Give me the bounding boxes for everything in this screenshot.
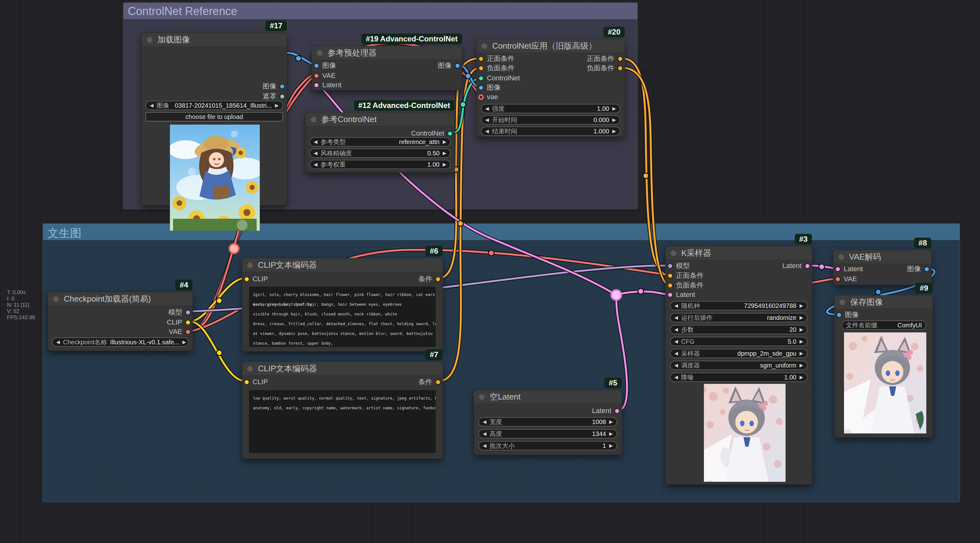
collapse-dot-icon[interactable]: [247, 366, 253, 372]
control-after-generate-combo[interactable]: ◀ 运行后操作 randomize ▶: [670, 313, 808, 322]
link-dot-vae-4-8[interactable]: [488, 250, 494, 256]
reference-weight-stepper[interactable]: ◀ 参考权重 1.00 ▶: [309, 160, 451, 169]
output-negative[interactable]: 负面条件: [587, 64, 623, 73]
stepper-left-arrow-icon[interactable]: ◀: [485, 129, 489, 134]
collapse-dot-icon[interactable]: [479, 394, 485, 400]
node-vae-decode[interactable]: #8 VAE解码 Latent VAE 图像: [833, 250, 932, 285]
stepper-right-arrow-icon[interactable]: ▶: [799, 327, 803, 332]
pin-image-output[interactable]: [280, 84, 285, 89]
node-reference-controlnet[interactable]: #12 Advanced-ControlNet 参考ControlNet Con…: [305, 113, 455, 173]
link-dot-image-17-19[interactable]: [296, 56, 301, 61]
image-filename-combo[interactable]: ◀ 图像 03817-20241015_185614_Illustri... ▶: [145, 101, 283, 110]
pin-vae-input[interactable]: [478, 94, 484, 100]
output-controlnet[interactable]: ControlNet: [411, 129, 453, 138]
collapse-dot-icon[interactable]: [482, 43, 487, 49]
combo-right-arrow-icon[interactable]: ▶: [799, 351, 803, 356]
pin-positive-input[interactable]: [478, 56, 484, 62]
collapse-dot-icon[interactable]: [53, 296, 59, 302]
node-reference-preprocessor[interactable]: #19 Advanced-ControlNet 参考预处理器 图像 VAE La…: [312, 46, 462, 90]
node-reference-controlnet-titlebar[interactable]: 参考ControlNet: [305, 113, 455, 127]
stepper-right-arrow-icon[interactable]: ▶: [612, 117, 616, 123]
output-conditioning[interactable]: 条件: [418, 378, 441, 386]
stepper-right-arrow-icon[interactable]: ▶: [612, 106, 616, 111]
output-image[interactable]: 图像: [438, 61, 460, 70]
node-save-image-titlebar[interactable]: 保存图像: [835, 295, 932, 309]
stepper-left-arrow-icon[interactable]: ◀: [485, 106, 489, 111]
pin-image-input[interactable]: [478, 85, 484, 90]
collapse-dot-icon[interactable]: [147, 37, 152, 43]
sampler-combo[interactable]: ◀ 采样器 dpmpp_2m_sde_gpu ▶: [670, 349, 808, 358]
reference-type-combo[interactable]: ◀ 参考类型 reference_attn ▶: [309, 137, 451, 146]
scheduler-combo[interactable]: ◀ 调度器 sgm_uniform ▶: [670, 360, 808, 370]
stepper-right-arrow-icon[interactable]: ▶: [609, 431, 613, 437]
node-clip-encode-positive[interactable]: #6 CLIP文本编码器 CLIP 条件 1girl, solo, cherry…: [242, 258, 443, 351]
stepper-left-arrow-icon[interactable]: ◀: [314, 162, 318, 167]
output-latent[interactable]: Latent: [592, 406, 620, 415]
node-clip-encode-negative-titlebar[interactable]: CLIP文本编码器: [242, 362, 442, 376]
pin-image-output[interactable]: [455, 63, 460, 68]
pin-latent-output[interactable]: [805, 264, 810, 269]
node-apply-controlnet[interactable]: #20 ControlNet应用（旧版高级） 正面条件 负面条件 Control…: [476, 39, 625, 137]
steps-stepper[interactable]: ◀ 步数 20 ▶: [670, 325, 808, 334]
pin-image-output[interactable]: [924, 267, 929, 272]
input-latent[interactable]: Latent: [314, 81, 341, 89]
combo-right-arrow-icon[interactable]: ▶: [183, 339, 186, 345]
node-vae-decode-titlebar[interactable]: VAE解码: [833, 250, 931, 264]
output-positive[interactable]: 正面条件: [587, 54, 623, 63]
link-dot-cond-7-20[interactable]: [458, 221, 463, 226]
stepper-left-arrow-icon[interactable]: ◀: [483, 443, 487, 449]
upload-button[interactable]: choose file to upload: [145, 112, 283, 121]
stepper-right-arrow-icon[interactable]: ▶: [442, 150, 446, 156]
pin-negative-output[interactable]: [617, 66, 623, 71]
link-dot-controlnet-12-20[interactable]: [460, 102, 466, 107]
stepper-left-arrow-icon[interactable]: ◀: [485, 117, 489, 123]
link-dot-latent-3-8[interactable]: [819, 264, 824, 270]
input-image[interactable]: 图像: [478, 83, 501, 92]
collapse-dot-icon[interactable]: [311, 117, 316, 122]
input-negative[interactable]: 负面条件: [478, 64, 514, 73]
combo-left-arrow-icon[interactable]: ◀: [675, 362, 678, 368]
link-dot-cond-pos-20-3[interactable]: [643, 173, 649, 179]
input-vae[interactable]: vae: [478, 93, 498, 102]
combo-left-arrow-icon[interactable]: ◀: [56, 339, 60, 345]
node-save-image[interactable]: #9 保存图像 图像 文件名前缀 ComfyUI: [834, 295, 933, 438]
pin-vae-input[interactable]: [835, 276, 840, 282]
input-latent[interactable]: Latent: [835, 265, 863, 273]
output-mask[interactable]: 遮罩: [262, 92, 285, 101]
stepper-right-arrow-icon[interactable]: ▶: [799, 303, 803, 308]
collapse-dot-icon[interactable]: [840, 299, 845, 305]
node-apply-controlnet-titlebar[interactable]: ControlNet应用（旧版高级）: [476, 39, 625, 53]
start-percent-stepper[interactable]: ◀ 开始时间 0.000 ▶: [481, 115, 620, 125]
combo-left-arrow-icon[interactable]: ◀: [675, 351, 678, 356]
combo-left-arrow-icon[interactable]: ◀: [675, 315, 678, 321]
input-latent[interactable]: Latent: [667, 291, 695, 299]
pin-image-input[interactable]: [314, 63, 319, 68]
link-dot-image-19-20[interactable]: [465, 73, 471, 79]
output-vae[interactable]: VAE: [169, 327, 191, 336]
width-stepper[interactable]: ◀ 宽度 1008 ▶: [478, 417, 617, 427]
node-checkpoint-loader[interactable]: #4 Checkpoint加载器(简易) 模型 CLIP VAE ◀ Check…: [48, 292, 193, 351]
reroute-dot-vae[interactable]: [229, 244, 239, 253]
combo-left-arrow-icon[interactable]: ◀: [150, 103, 154, 108]
pin-conditioning-output[interactable]: [435, 379, 441, 385]
checkpoint-name-combo[interactable]: ◀ Checkpoint名称 Illustrious-XL-v0.1.safe.…: [52, 337, 189, 347]
stepper-left-arrow-icon[interactable]: ◀: [483, 419, 487, 425]
pin-controlnet-input[interactable]: [478, 76, 484, 81]
pin-clip-input[interactable]: [244, 276, 250, 282]
stepper-left-arrow-icon[interactable]: ◀: [675, 375, 678, 380]
pin-mask-output[interactable]: [280, 94, 285, 99]
pin-conditioning-output[interactable]: [435, 276, 441, 282]
pin-model-input[interactable]: [667, 264, 673, 269]
input-image[interactable]: 图像: [837, 310, 859, 319]
link-dot-image-8-9[interactable]: [875, 289, 881, 295]
pin-clip-input[interactable]: [244, 379, 250, 385]
combo-right-arrow-icon[interactable]: ▶: [275, 103, 278, 108]
stepper-right-arrow-icon[interactable]: ▶: [609, 443, 613, 449]
input-positive[interactable]: 正面条件: [667, 271, 703, 280]
pin-clip-output[interactable]: [185, 320, 191, 325]
input-clip[interactable]: CLIP: [244, 275, 268, 283]
style-fidelity-stepper[interactable]: ◀ 风格精确度 0.50 ▶: [309, 148, 451, 158]
node-clip-encode-positive-titlebar[interactable]: CLIP文本编码器: [242, 258, 442, 272]
combo-right-arrow-icon[interactable]: ▶: [799, 362, 803, 368]
combo-left-arrow-icon[interactable]: ◀: [314, 139, 318, 145]
